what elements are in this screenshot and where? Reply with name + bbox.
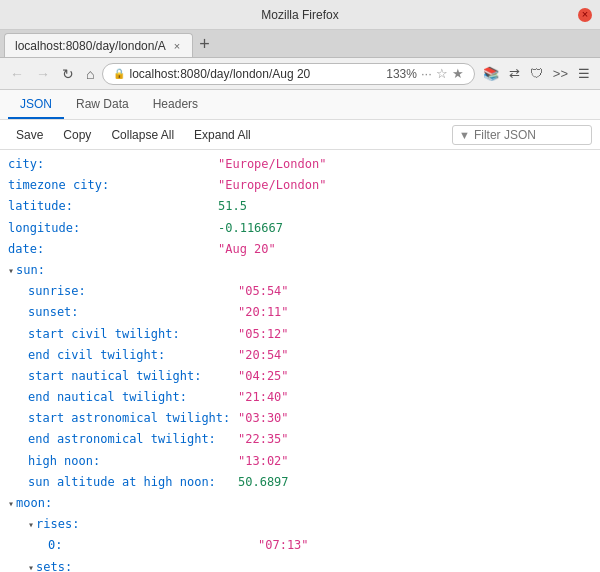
json-row: high noon:"13:02" — [0, 451, 600, 472]
json-row: longitude:-0.116667 — [0, 218, 600, 239]
json-value: "Europe/London" — [218, 155, 326, 174]
json-key: start astronomical twilight: — [28, 409, 238, 428]
lock-icon: 🔒 — [113, 68, 125, 79]
collapse-all-button[interactable]: Collapse All — [103, 125, 182, 145]
json-key: sunset: — [28, 303, 238, 322]
json-row: start civil twilight:"05:12" — [0, 324, 600, 345]
json-value: -0.116667 — [218, 219, 283, 238]
devtools-tabs: JSON Raw Data Headers — [0, 90, 600, 120]
json-key: end astronomical twilight: — [28, 430, 238, 449]
json-value: "05:12" — [238, 325, 289, 344]
json-row: end astronomical twilight:"22:35" — [0, 429, 600, 450]
back-button[interactable]: ← — [6, 64, 28, 84]
json-toggle[interactable]: ▾ — [8, 263, 14, 279]
filter-input[interactable] — [474, 128, 574, 142]
json-row: city:"Europe/London" — [0, 154, 600, 175]
json-value: "Europe/London" — [218, 176, 326, 195]
menu-dots-icon[interactable]: ··· — [421, 66, 432, 81]
json-key: longitude: — [8, 219, 218, 238]
library-icon[interactable]: 📚 — [479, 64, 503, 83]
json-toggle[interactable]: ▾ — [28, 517, 34, 533]
bookmark-icon[interactable]: ☆ — [436, 66, 448, 81]
json-value: "04:25" — [238, 367, 289, 386]
json-toggle[interactable]: ▾ — [8, 496, 14, 512]
nav-bar: ← → ↻ ⌂ 🔒 localhost:8080/day/london/Aug … — [0, 58, 600, 90]
copy-button[interactable]: Copy — [55, 125, 99, 145]
json-toggle[interactable]: ▾ — [28, 560, 34, 572]
nav-actions: 📚 ⇄ 🛡 >> ☰ — [479, 64, 594, 83]
json-key: 0: — [48, 536, 258, 555]
json-key: timezone city: — [8, 176, 218, 195]
json-value: "22:35" — [238, 430, 289, 449]
forward-button[interactable]: → — [32, 64, 54, 84]
json-value: "07:13" — [258, 536, 309, 555]
json-section-key: sets: — [36, 558, 72, 572]
tab-bar: localhost:8080/day/london/A × + — [0, 30, 600, 58]
json-key: date: — [8, 240, 218, 259]
json-value: "Aug 20" — [218, 240, 276, 259]
filter-container: ▼ — [452, 125, 592, 145]
url-text: localhost:8080/day/london/Aug 20 — [129, 67, 382, 81]
json-key: start civil twilight: — [28, 325, 238, 344]
json-value: "05:54" — [238, 282, 289, 301]
title-bar: Mozilla Firefox — [0, 0, 600, 30]
hamburger-menu[interactable]: ☰ — [574, 64, 594, 83]
new-tab-button[interactable]: + — [193, 35, 216, 53]
json-row: 0:"07:13" — [0, 535, 600, 556]
save-button[interactable]: Save — [8, 125, 51, 145]
json-key: sun altitude at high noon: — [28, 473, 238, 492]
json-section-key: sun: — [16, 261, 45, 280]
toolbar: Save Copy Collapse All Expand All ▼ — [0, 120, 600, 150]
json-key: city: — [8, 155, 218, 174]
json-row: sunset:"20:11" — [0, 302, 600, 323]
filter-icon: ▼ — [459, 129, 470, 141]
json-row: date:"Aug 20" — [0, 239, 600, 260]
json-row: ▾rises: — [0, 514, 600, 535]
tab-label: localhost:8080/day/london/A — [15, 39, 166, 53]
json-value: 51.5 — [218, 197, 247, 216]
json-row: ▾sets: — [0, 557, 600, 572]
json-key: start nautical twilight: — [28, 367, 238, 386]
browser-tab[interactable]: localhost:8080/day/london/A × — [4, 33, 193, 57]
json-value: "03:30" — [238, 409, 289, 428]
tab-close-icon[interactable]: × — [174, 40, 180, 52]
json-row: end civil twilight:"20:54" — [0, 345, 600, 366]
json-key: latitude: — [8, 197, 218, 216]
json-value: 50.6897 — [238, 473, 289, 492]
json-row: ▾sun: — [0, 260, 600, 281]
shield-icon[interactable]: 🛡 — [526, 64, 547, 83]
tab-json[interactable]: JSON — [8, 91, 64, 119]
json-row: start astronomical twilight:"03:30" — [0, 408, 600, 429]
json-row: end nautical twilight:"21:40" — [0, 387, 600, 408]
star-icon[interactable]: ★ — [452, 66, 464, 81]
json-key: end civil twilight: — [28, 346, 238, 365]
json-row: start nautical twilight:"04:25" — [0, 366, 600, 387]
json-content: city:"Europe/London"timezone city:"Europ… — [0, 150, 600, 572]
json-row: timezone city:"Europe/London" — [0, 175, 600, 196]
json-section-key: rises: — [36, 515, 79, 534]
json-value: "20:54" — [238, 346, 289, 365]
tab-raw-data[interactable]: Raw Data — [64, 91, 141, 119]
json-row: latitude:51.5 — [0, 196, 600, 217]
json-row: sunrise:"05:54" — [0, 281, 600, 302]
json-key: sunrise: — [28, 282, 238, 301]
expand-all-button[interactable]: Expand All — [186, 125, 259, 145]
address-bar[interactable]: 🔒 localhost:8080/day/london/Aug 20 133% … — [102, 63, 474, 85]
json-value: "20:11" — [238, 303, 289, 322]
json-row: ▾moon: — [0, 493, 600, 514]
json-value: "13:02" — [238, 452, 289, 471]
home-button[interactable]: ⌂ — [82, 64, 98, 84]
json-section-key: moon: — [16, 494, 52, 513]
json-key: end nautical twilight: — [28, 388, 238, 407]
close-button[interactable] — [578, 8, 592, 22]
json-row: sun altitude at high noon:50.6897 — [0, 472, 600, 493]
overflow-icon[interactable]: >> — [549, 64, 572, 83]
window-title: Mozilla Firefox — [261, 8, 338, 22]
sync-icon[interactable]: ⇄ — [505, 64, 524, 83]
tab-headers[interactable]: Headers — [141, 91, 210, 119]
json-value: "21:40" — [238, 388, 289, 407]
json-key: high noon: — [28, 452, 238, 471]
reload-button[interactable]: ↻ — [58, 64, 78, 84]
zoom-level[interactable]: 133% — [386, 67, 417, 81]
